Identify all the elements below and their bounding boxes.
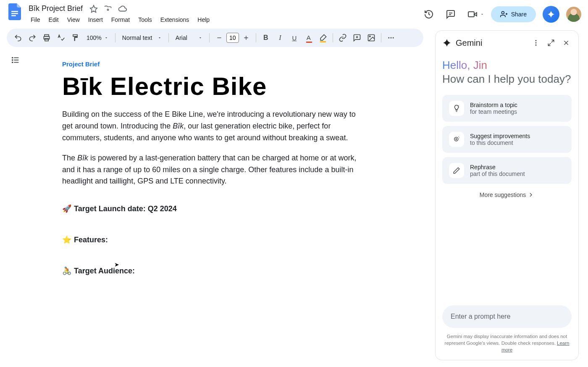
suggestion-rephrase[interactable]: Rephrasepart of this document — [442, 157, 572, 184]
text-color-button[interactable]: A — [302, 31, 315, 44]
history-icon[interactable] — [421, 7, 436, 22]
doc-title-input[interactable]: Bīk Project Brief — [27, 3, 84, 14]
doc-label: Project Brief — [62, 60, 390, 68]
gemini-greeting: Hello, Jin How can I help you today? — [442, 58, 572, 86]
gemini-button[interactable] — [543, 6, 559, 23]
increase-font-button[interactable] — [240, 31, 252, 44]
panel-expand-icon[interactable] — [546, 37, 556, 48]
zoom-value: 100% — [87, 34, 102, 41]
style-value: Normal text — [122, 34, 152, 41]
gemini-disclaimer: Gemini may display inaccurate informatio… — [442, 333, 572, 353]
svg-point-16 — [536, 40, 537, 41]
outline-toggle[interactable] — [11, 55, 20, 275]
font-size-input[interactable] — [226, 33, 239, 43]
svg-point-17 — [536, 42, 537, 44]
more-tools-button[interactable] — [385, 31, 397, 44]
menu-bar: File Edit View Insert Format Tools Exten… — [27, 15, 421, 25]
svg-point-11 — [390, 37, 391, 39]
print-button[interactable] — [40, 31, 53, 44]
doc-paragraph-2: The Bīk is powered by a last-generation … — [62, 152, 365, 188]
italic-button[interactable]: I — [274, 31, 286, 44]
doc-paragraph-1: Building on the success of the E Bike Li… — [62, 109, 365, 144]
lightbulb-icon — [449, 101, 464, 116]
panel-close-icon[interactable] — [561, 37, 572, 48]
add-comment-button[interactable] — [351, 31, 363, 44]
font-select[interactable]: Arial — [172, 33, 206, 43]
zoom-select[interactable]: 100% — [83, 33, 112, 43]
menu-help[interactable]: Help — [194, 15, 213, 25]
svg-point-13 — [12, 58, 13, 58]
svg-rect-0 — [11, 11, 18, 12]
title-area: Bīk Project Brief File Edit View Insert … — [27, 3, 421, 25]
style-select[interactable]: Normal text — [119, 33, 165, 43]
sparkle-plus-icon — [449, 132, 464, 147]
move-icon[interactable] — [104, 5, 112, 13]
link-button[interactable] — [336, 31, 349, 44]
header: Bīk Project Brief File Edit View Insert … — [0, 0, 588, 27]
svg-rect-2 — [11, 15, 16, 16]
gemini-panel: Gemini Hello, Jin How can I help you tod… — [435, 30, 579, 360]
insert-image-button[interactable] — [365, 31, 378, 44]
toolbar: 100% Normal text Arial B I U A — [7, 29, 423, 47]
doc-features-line: ⭐Features: — [62, 235, 390, 244]
account-avatar[interactable] — [566, 7, 581, 22]
menu-format[interactable]: Format — [108, 15, 134, 25]
gemini-spark-icon — [442, 38, 452, 47]
suggestion-improve[interactable]: Suggest improvementsto this document — [442, 126, 572, 153]
redo-button[interactable] — [26, 31, 39, 44]
menu-extensions[interactable]: Extensions — [157, 15, 193, 25]
menu-edit[interactable]: Edit — [45, 15, 63, 25]
font-value: Arial — [176, 34, 187, 41]
svg-point-18 — [536, 45, 537, 46]
svg-point-4 — [501, 11, 504, 14]
doc-audience-line: 🚴Target Audience: — [62, 266, 390, 275]
highlight-button[interactable] — [317, 31, 329, 44]
document-canvas[interactable]: Project Brief Bīk Electric Bike Building… — [20, 52, 390, 275]
spellcheck-button[interactable] — [55, 31, 67, 44]
svg-rect-1 — [11, 13, 18, 14]
comment-icon[interactable] — [443, 7, 458, 22]
bold-button[interactable]: B — [260, 31, 272, 44]
docs-logo[interactable] — [7, 3, 24, 20]
menu-file[interactable]: File — [27, 15, 44, 25]
svg-point-14 — [12, 60, 13, 60]
share-button[interactable]: Share — [491, 6, 536, 22]
svg-point-9 — [369, 36, 370, 37]
svg-point-10 — [388, 37, 389, 39]
star-icon[interactable] — [89, 5, 98, 13]
panel-more-icon[interactable] — [530, 37, 541, 48]
cloud-status-icon[interactable] — [118, 4, 127, 13]
suggestion-brainstorm[interactable]: Brainstorm a topicfor team meetings — [442, 95, 572, 122]
format-paint-button[interactable] — [69, 31, 81, 44]
gemini-title: Gemini — [456, 38, 526, 48]
undo-button[interactable] — [12, 31, 24, 44]
svg-rect-3 — [468, 12, 474, 17]
svg-point-12 — [393, 37, 394, 39]
share-label: Share — [511, 11, 527, 18]
menu-tools[interactable]: Tools — [134, 15, 156, 25]
doc-launch-line: 🚀Target Launch date: Q2 2024 — [62, 204, 390, 213]
gemini-prompt-input[interactable]: Enter a prompt here — [442, 305, 572, 328]
svg-point-15 — [12, 62, 13, 63]
meet-button[interactable] — [465, 7, 484, 22]
menu-insert[interactable]: Insert — [84, 15, 107, 25]
pen-icon — [449, 163, 464, 178]
decrease-font-button[interactable] — [213, 31, 226, 44]
menu-view[interactable]: View — [63, 15, 84, 25]
more-suggestions-button[interactable]: More suggestions — [442, 191, 572, 198]
underline-button[interactable]: U — [288, 31, 301, 44]
doc-heading: Bīk Electric Bike — [62, 73, 390, 100]
